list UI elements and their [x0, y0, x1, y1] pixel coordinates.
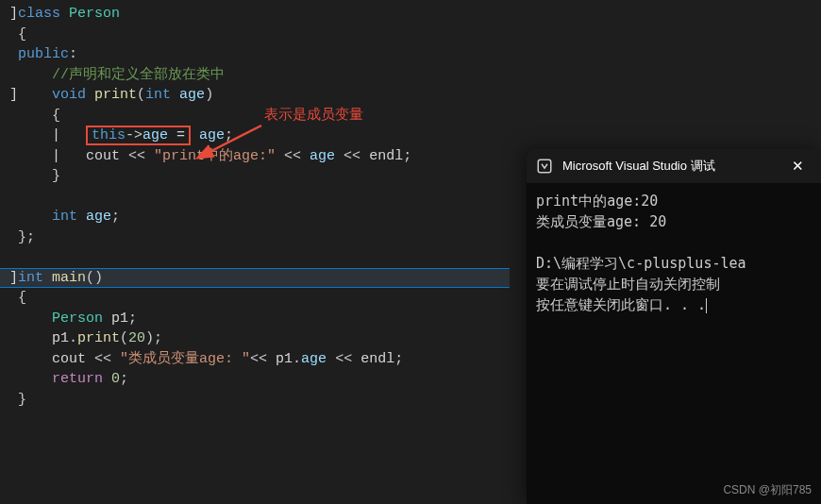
console-title: Microsoft Visual Studio 调试 — [562, 158, 775, 175]
console-line: 按任意键关闭此窗口. . . — [536, 296, 706, 313]
console-line: print中的age:20 — [536, 193, 658, 210]
type-person: Person — [69, 6, 120, 22]
fn-print: print — [94, 87, 137, 103]
debug-console-window[interactable]: Microsoft Visual Studio 调试 ✕ print中的age:… — [527, 149, 821, 504]
keyword-class: class — [18, 6, 60, 22]
console-line: 要在调试停止时自动关闭控制 — [536, 276, 720, 293]
watermark: CSDN @初阳785 — [723, 482, 812, 498]
text-cursor — [706, 298, 707, 313]
console-line: D:\编程学习\c-plusplus-lea — [536, 255, 746, 272]
vs-icon — [536, 158, 553, 175]
close-button[interactable]: ✕ — [784, 156, 812, 176]
code-line: { — [0, 25, 821, 45]
annotation-arrow — [200, 123, 266, 165]
code-line: //声明和定义全部放在类中 — [0, 65, 821, 86]
console-line: 类成员变量age: 20 — [536, 213, 666, 230]
code-line: { — [0, 106, 821, 126]
svg-line-0 — [208, 126, 261, 153]
code-line: ] void print(int age) — [0, 85, 821, 106]
console-titlebar[interactable]: Microsoft Visual Studio 调试 ✕ — [527, 149, 821, 183]
code-line: | this->age = age; — [0, 126, 821, 146]
fn-main: main — [52, 270, 86, 286]
this-highlight-box: this->age = — [86, 126, 191, 145]
keyword-public: public — [18, 46, 69, 62]
svg-rect-1 — [538, 160, 551, 173]
comment: //声明和定义全部放在类中 — [52, 67, 225, 83]
code-line: public: — [0, 44, 821, 65]
console-output[interactable]: print中的age:20 类成员变量age: 20 D:\编程学习\c-plu… — [527, 183, 821, 504]
code-line: ]class Person — [0, 4, 821, 25]
keyword-this: this — [92, 127, 126, 143]
annotation-label: 表示是成员变量 — [264, 106, 363, 124]
